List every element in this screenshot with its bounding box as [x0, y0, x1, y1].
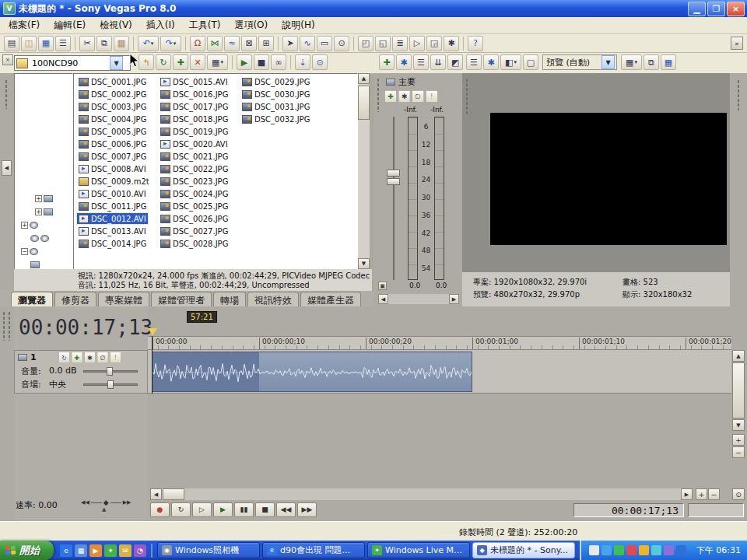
file-list-vscrollbar[interactable]: ▲ ▼ — [358, 73, 370, 269]
insert-fx-button[interactable]: ✚ — [384, 90, 397, 103]
file-item[interactable]: DSC_0029.JPG — [240, 76, 311, 87]
tray-icon-8[interactable] — [676, 545, 686, 555]
scroll-left-arrow-icon[interactable]: ◀ — [150, 488, 162, 500]
tray-icon-1[interactable] — [589, 545, 599, 555]
solo-button[interactable]: ! — [110, 352, 121, 363]
mixer-window-button[interactable]: ≣ — [392, 36, 408, 51]
play-button[interactable]: ▶ — [213, 502, 233, 517]
automation-settings-button[interactable]: ↻ — [58, 352, 70, 363]
new-project-button[interactable]: ▤ — [4, 36, 19, 51]
tray-icon-7[interactable] — [664, 545, 674, 555]
volume-slider-thumb[interactable] — [107, 367, 113, 376]
plugin-manager-button[interactable]: ✱ — [444, 36, 459, 51]
track-header[interactable]: 1 ↻✚✱∅! 音量: 0.0 dB 音場: 中央 — [14, 350, 148, 394]
mixer-properties-button[interactable]: ☰ — [413, 54, 429, 70]
rate-rewind-icon[interactable]: ◀◀ — [81, 499, 89, 506]
copy-snapshot-button[interactable]: ⧉ — [644, 54, 659, 70]
master-fader-track[interactable] — [393, 117, 395, 280]
quicklaunch-media-player-icon[interactable]: ▶ — [89, 544, 102, 557]
pause-button[interactable]: ▮▮ — [234, 502, 254, 517]
taskbar-task-vegas[interactable]: ◆未標題的 * - Sony... — [472, 542, 575, 558]
insert-assignable-fx-button[interactable]: ✱ — [396, 54, 412, 70]
address-combo[interactable]: ▼ — [14, 55, 131, 71]
tray-icon-6[interactable] — [651, 545, 661, 555]
marker-label[interactable]: 57:21 — [187, 311, 217, 323]
lock-envelopes-button[interactable]: ⊠ — [241, 36, 257, 51]
redo-button[interactable]: ↷▾ — [160, 36, 181, 51]
insert-track-fx-button[interactable]: ✚ — [72, 352, 83, 363]
copy-button[interactable]: ⧉ — [96, 36, 112, 51]
cut-button[interactable]: ✂ — [79, 36, 95, 51]
file-item[interactable]: DSC_0002.JPG — [77, 89, 148, 100]
scroll-up-arrow-icon[interactable]: ▲ — [732, 350, 745, 362]
envelope-edit-tool-button[interactable]: ∿ — [300, 36, 315, 51]
media-manager-window-button[interactable]: ◲ — [426, 36, 442, 51]
close-window-group-button[interactable]: × — [2, 54, 13, 65]
file-item[interactable]: DSC_0032.JPG — [240, 114, 311, 124]
quicklaunch-show-desktop-icon[interactable]: ▦ — [75, 544, 87, 557]
stop-button[interactable]: ■ — [255, 502, 275, 517]
menu-item-3[interactable]: 插入(I) — [139, 16, 182, 34]
taskbar-task-camera[interactable]: ◉Windows照相機 — [157, 542, 260, 558]
file-item[interactable]: DSC_0026.JPG — [159, 213, 230, 224]
record-button[interactable]: ● — [150, 502, 170, 517]
auto-ripple-button[interactable]: ≈ — [224, 36, 240, 51]
file-item[interactable]: DSC_0007.JPG — [77, 151, 148, 162]
downmix-output-button[interactable]: ⇊ — [430, 54, 446, 70]
up-one-level-button[interactable]: ↰ — [139, 54, 154, 70]
paste-button[interactable]: ▥ — [114, 36, 129, 51]
collapse-icon[interactable]: − — [21, 248, 28, 255]
file-item[interactable]: DSC_0018.JPG — [159, 114, 230, 124]
dim-output-button[interactable]: ◩ — [447, 54, 463, 70]
loop-playback-button[interactable]: ↻ — [171, 502, 191, 517]
scroll-right-arrow-icon[interactable]: ▶ — [449, 294, 459, 304]
tree-item[interactable]: + — [15, 192, 73, 205]
expand-icon[interactable]: + — [35, 208, 42, 215]
insert-audio-bus-button[interactable]: ✚ — [379, 54, 395, 70]
selection-edit-tool-button[interactable]: ▭ — [317, 36, 332, 51]
file-item[interactable]: DSC_0020.AVI — [159, 138, 230, 149]
maximize-button[interactable]: ❐ — [707, 2, 725, 16]
expand-icon[interactable]: + — [35, 195, 42, 202]
menu-item-2[interactable]: 檢視(V) — [93, 16, 139, 34]
quicklaunch-photo-viewer-icon[interactable]: ◔ — [134, 544, 146, 557]
quicklaunch-outlook-icon[interactable]: ✉ — [119, 544, 132, 557]
auto-crossfade-button[interactable]: ⋈ — [207, 36, 223, 51]
hscrollbar-thumb[interactable] — [163, 488, 184, 500]
rate-forward-icon[interactable]: ▶▶ — [123, 499, 132, 506]
tray-icon-2[interactable] — [601, 545, 612, 555]
preview-quality-arrow-icon[interactable]: ▼ — [601, 55, 615, 69]
file-item[interactable]: DSC_0015.AVI — [159, 76, 230, 87]
play-from-start-button[interactable]: ▷ — [192, 502, 212, 517]
get-media-from-web-button[interactable]: ⇣ — [295, 54, 310, 70]
taskbar-task-internet-explorer[interactable]: ed90會出現 問題... — [262, 542, 365, 558]
file-item[interactable]: DSC_0030.JPG — [240, 89, 311, 100]
timeline-marker-icon[interactable] — [148, 328, 157, 335]
overlay-options-button[interactable]: ▦▾ — [621, 54, 642, 70]
scroll-left-arrow-icon[interactable]: ◀ — [378, 294, 388, 304]
file-item[interactable]: DSC_0004.JPG — [77, 114, 148, 124]
enable-snapping-button[interactable]: Ω — [190, 36, 205, 51]
quicklaunch-internet-explorer-icon[interactable]: e — [60, 544, 72, 557]
refresh-button[interactable]: ↻ — [156, 54, 171, 70]
file-item[interactable]: DSC_0003.JPG — [77, 101, 148, 112]
hide-dock-button[interactable]: ◀ — [2, 160, 12, 176]
explorer-window-button[interactable]: ◰ — [358, 36, 374, 51]
preview-quality-combo[interactable]: 預覽 (自動) ▼ — [542, 54, 617, 70]
master-fader-thumb-left[interactable] — [387, 170, 400, 177]
timeline-grip[interactable] — [2, 311, 5, 341]
file-item[interactable]: DSC_0010.AVI — [77, 188, 148, 199]
project-properties-button[interactable]: ☰ — [55, 36, 71, 51]
file-item[interactable]: DSC_0028.JPG — [159, 238, 230, 249]
bus-fx-button[interactable]: ✱ — [398, 90, 411, 103]
vscrollbar-thumb[interactable] — [732, 362, 745, 418]
zoom-tool-button[interactable]: ⊙ — [732, 488, 745, 500]
timeline-timecode-display[interactable]: 00:00:17;13 — [19, 316, 145, 339]
file-item[interactable]: DSC_0011.JPG — [77, 201, 148, 212]
track-height-zoom-out-button[interactable]: − — [732, 446, 745, 458]
tray-icon-5[interactable] — [639, 545, 649, 555]
mixer-grip[interactable] — [377, 78, 380, 112]
minimize-button[interactable]: ▁ — [688, 2, 706, 16]
go-to-start-button[interactable]: ◀◀ — [276, 502, 296, 517]
rate-handle-icon[interactable]: ◆ — [103, 499, 109, 506]
